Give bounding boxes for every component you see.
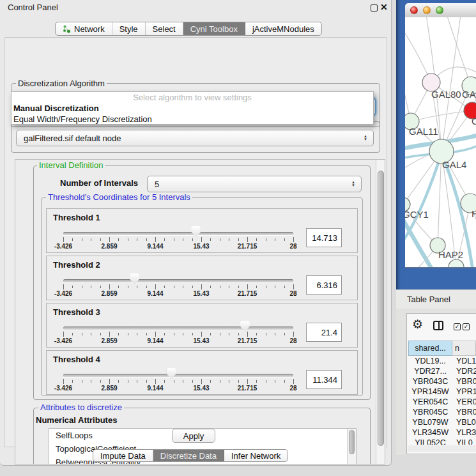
cell-name[interactable]: YLR3 [452,428,476,437]
cell-name[interactable]: YDL1 [452,357,476,365]
column-header-n[interactable]: n [452,341,476,356]
tick-label: 2.859 [91,290,127,297]
tab-cyni-toolbox[interactable]: Cyni Toolbox [183,22,245,35]
tick [63,284,64,289]
cell-shared-name[interactable]: YDR27... [408,367,452,376]
tick [174,333,174,335]
tick [247,237,248,242]
cell-name[interactable]: YPR1 [452,387,476,396]
zoom-traffic-light-icon[interactable] [436,6,443,14]
checkbox-icon[interactable]: ✓ [463,323,470,330]
tab-label: Network [74,24,105,34]
attributes-group-title: Attributes to discretize [38,403,124,412]
column-header-shared-[interactable]: shared... [408,341,452,356]
cell-name[interactable]: YBR0 [452,377,476,386]
table-row[interactable]: YBR045CYBR0 [408,407,476,417]
table-row[interactable]: YBL079WYBL0 [408,417,476,427]
tab-jactivemnodules[interactable]: jActiveMNodules [245,22,321,35]
cell-shared-name[interactable]: YPR145W [408,387,452,396]
tick [72,333,73,335]
cell-name[interactable]: YBL0 [452,418,476,427]
tab-infer-network[interactable]: Infer Network [224,450,288,461]
cell-name[interactable]: YDR2 [452,367,476,376]
tick [128,333,128,335]
cell-shared-name[interactable]: YER054C [408,397,452,406]
cell-shared-name[interactable]: YIL052C [408,438,452,445]
tick [275,238,275,241]
table-row[interactable]: YPR145WYPR1 [408,387,476,397]
tick [210,380,211,383]
slider-track[interactable] [63,279,293,282]
attribute-list-scrollbar-thumb[interactable] [349,430,355,454]
cell-shared-name[interactable]: YBL079W [408,418,452,427]
network-graph[interactable]: GAL80GALCGAL11GAL4GCY1HHAP2 [405,17,476,267]
tick [266,380,266,383]
tick [118,286,119,288]
threshold-slider[interactable]: -3.4262.8599.14415.4321.71528 [63,303,293,348]
slider-track[interactable] [63,232,293,235]
table-data-select[interactable]: galFiltered.sif default node ▲ ▼ [16,130,374,146]
table-row[interactable]: YIL052CYIL0 [408,438,476,445]
threshold-value[interactable]: 6.316 [306,275,342,295]
tab-discretize-data[interactable]: Discretize Data [153,450,224,461]
cell-shared-name[interactable]: YDL19... [408,357,452,365]
tick [293,379,294,384]
slider-thumb[interactable] [130,273,139,284]
slider-thumb[interactable] [191,226,201,237]
tick [183,286,183,288]
threshold-value[interactable]: 21.4 [306,323,342,342]
tick [109,237,110,242]
settings-scrollbar-thumb[interactable] [378,171,384,446]
gear-icon[interactable]: ⚙ [412,318,423,330]
columns-icon[interactable] [433,321,443,330]
number-of-intervals-value: 5 [155,180,159,189]
network-canvas[interactable]: GAL80GALCGAL11GAL4GCY1HHAP2 [405,17,476,268]
apply-button[interactable]: Apply [172,429,215,443]
cell-name[interactable]: YBR0 [452,408,476,417]
threshold-value[interactable]: 14.713 [306,228,342,247]
tick [238,238,239,241]
slider-thumb[interactable] [240,321,250,332]
tick [109,284,110,289]
attribute-list-scrollbar[interactable] [347,429,356,464]
tab-select[interactable]: Select [146,22,183,35]
threshold-slider[interactable]: -3.4262.8599.14415.4321.71528 [63,209,293,254]
network-node[interactable] [449,259,464,267]
float-window-icon[interactable] [371,4,378,12]
tick [72,380,73,383]
table-row[interactable]: YDR27...YDR2 [408,366,476,376]
threshold-value[interactable]: 11.344 [306,370,342,389]
threshold-slider[interactable]: -3.4262.8599.14415.4321.71528 [63,351,293,395]
table-row[interactable]: YDL19...YDL1 [408,356,476,366]
number-of-intervals-select[interactable]: 5 ▲ ▼ [147,176,362,192]
table-row[interactable]: YLR345WYLR3 [408,427,476,438]
threshold-slider[interactable]: -3.4262.8599.14415.4321.71528 [63,256,293,301]
minimize-traffic-light-icon[interactable] [423,6,431,14]
tab-style[interactable]: Style [112,22,146,35]
table-rows: YDL19...YDL1YDR27...YDR2YBR043CYBR0YPR14… [408,356,476,445]
checkbox-icon[interactable]: ✓ [454,323,461,330]
slider-track[interactable] [63,374,293,377]
close-icon[interactable]: ✕ [380,2,388,12]
tick [63,332,64,337]
close-traffic-light-icon[interactable] [410,6,418,14]
table-row[interactable]: YER054CYER0 [408,397,476,407]
algorithm-option-manual-discretization[interactable]: Manual Discretization [12,103,373,114]
settings-scrollbar[interactable] [376,160,385,464]
slider-track[interactable] [63,326,293,330]
slider-thumb[interactable] [167,368,176,379]
algorithm-dropdown-popup: Select algorithm to view settings Manual… [11,91,374,125]
cell-name[interactable]: YER0 [452,397,476,406]
table-hscrollbar[interactable] [408,445,476,452]
cell-shared-name[interactable]: YBR043C [408,377,452,386]
cell-shared-name[interactable]: YLR345W [408,428,452,437]
node-label: GAL [462,89,476,100]
table-row[interactable]: YBR043CYBR0 [408,376,476,387]
cell-shared-name[interactable]: YBR045C [408,408,452,417]
algorithm-option-equal-width-frequency-discretization[interactable]: Equal Width/Frequency Discretization [12,114,373,125]
tick [192,380,193,383]
tab-network[interactable]: Network [56,22,112,35]
tab-impute-data[interactable]: Impute Data [93,450,153,461]
cell-name[interactable]: YIL0 [452,438,476,445]
tick [91,333,91,335]
